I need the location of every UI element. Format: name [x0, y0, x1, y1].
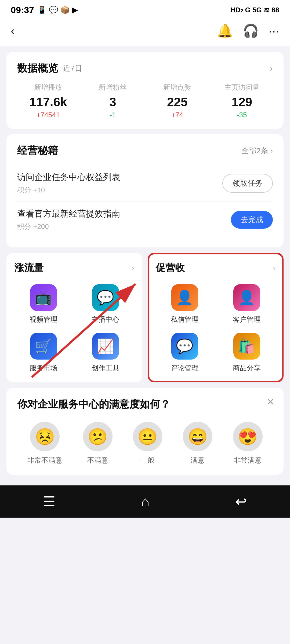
nav-back-icon[interactable]: ↩ [235, 493, 247, 510]
secret-text-0: 访问企业任务中心权益列表 积分 +10 [17, 171, 120, 195]
stat-plays: 新增播放 117.6k +74541 [17, 83, 79, 119]
traffic-arrow[interactable]: › [132, 264, 134, 273]
revenue-card-header: 促营收 › [156, 261, 276, 275]
revenue-item-comment[interactable]: 💬 评论管理 [156, 333, 213, 373]
very-bad-label: 非常不满意 [27, 456, 62, 465]
revenue-card: 促营收 › 👤 私信管理 👤 客户管理 [148, 253, 284, 382]
header: ‹ 🔔 🎧 ··· [0, 18, 290, 46]
satisfaction-good[interactable]: 😄 满意 [183, 422, 212, 465]
comment-management-icon: 💬 [171, 333, 198, 360]
stat-visits-value: 129 [211, 95, 273, 109]
stat-likes-label: 新增点赞 [146, 83, 208, 92]
product-share-label: 商品分享 [233, 363, 261, 373]
secret-item-0: 访问企业任务中心权益列表 积分 +10 领取任务 [17, 165, 273, 202]
status-left: 09:37 📱 💬 📦 ▶ [11, 5, 78, 15]
secret-score-1: 积分 +200 [17, 222, 120, 231]
stat-visits-change: -35 [211, 111, 273, 119]
stats-grid: 新增播放 117.6k +74541 新增粉丝 3 -1 新增点赞 225 +7… [17, 83, 273, 119]
close-satisfaction-button[interactable]: × [267, 396, 274, 408]
customer-management-label: 客户管理 [233, 315, 261, 324]
stat-likes-change: +74 [146, 111, 208, 119]
service-market-label: 服务市场 [30, 363, 57, 373]
very-good-emoji: 😍 [233, 422, 263, 451]
neutral-label: 一般 [141, 456, 155, 465]
creation-tools-label: 创作工具 [92, 363, 119, 373]
traffic-item-creation[interactable]: 📈 创作工具 [77, 333, 134, 373]
stat-likes-value: 225 [146, 95, 208, 109]
business-secrets-card: 经营秘籍 全部2条 › 访问企业任务中心权益列表 积分 +10 领取任务 查看官… [6, 134, 284, 247]
business-secrets-arrow: › [270, 147, 273, 155]
satisfaction-very-good[interactable]: 😍 非常满意 [233, 422, 263, 465]
business-secrets-title: 经营秘籍 [17, 144, 58, 158]
stat-visits: 主页访问量 129 -35 [211, 83, 273, 119]
traffic-card: 涨流量 › 📺 视频管理 💬 主播中心 [6, 253, 142, 382]
bad-emoji: 😕 [83, 422, 113, 451]
satisfaction-card: × 你对企业服务中心的满意度如何？ 😣 非常不满意 😕 不满意 😐 一般 😄 满… [6, 388, 284, 475]
back-button[interactable]: ‹ [11, 24, 15, 38]
data-overview-header: 数据概览 近7日 › [17, 61, 273, 75]
header-icons: 🔔 🎧 ··· [217, 23, 279, 38]
secret-score-0: 积分 +10 [17, 185, 120, 195]
revenue-item-dm[interactable]: 👤 私信管理 [156, 284, 213, 324]
nav-menu-icon[interactable]: ☰ [43, 493, 56, 510]
two-col-grid: 涨流量 › 📺 视频管理 💬 主播中心 [6, 253, 284, 382]
traffic-title: 涨流量 [15, 261, 44, 275]
satisfaction-title: 你对企业服务中心的满意度如何？ [17, 397, 273, 411]
data-overview-card: 数据概览 近7日 › 新增播放 117.6k +74541 新增粉丝 3 -1 … [6, 52, 284, 129]
stat-likes: 新增点赞 225 +74 [146, 83, 208, 119]
two-col-section: 涨流量 › 📺 视频管理 💬 主播中心 [0, 253, 290, 382]
bottom-nav: ☰ ⌂ ↩ [0, 485, 290, 518]
comment-management-label: 评论管理 [171, 363, 199, 373]
product-share-icon: 🛍️ [233, 333, 260, 360]
stat-plays-label: 新增播放 [17, 83, 79, 92]
creation-tools-icon: 📈 [92, 333, 119, 360]
traffic-item-anchor[interactable]: 💬 主播中心 [77, 284, 134, 324]
video-management-icon: 📺 [30, 284, 57, 311]
more-icon[interactable]: ··· [269, 24, 279, 38]
revenue-item-product[interactable]: 🛍️ 商品分享 [218, 333, 276, 373]
business-secrets-count: 全部2条 [241, 146, 268, 156]
stat-plays-value: 117.6k [17, 95, 79, 109]
very-good-label: 非常满意 [234, 456, 262, 465]
traffic-item-video[interactable]: 📺 视频管理 [15, 284, 72, 324]
neutral-emoji: 😐 [133, 422, 162, 451]
nav-home-icon[interactable]: ⌂ [141, 493, 150, 510]
satisfaction-bad[interactable]: 😕 不满意 [83, 422, 113, 465]
satisfaction-neutral[interactable]: 😐 一般 [133, 422, 162, 465]
signal-icons: HD₂ G 5G ≋ 88 [230, 6, 279, 14]
emoji-row: 😣 非常不满意 😕 不满意 😐 一般 😄 满意 😍 非常满意 [17, 422, 273, 465]
secret-item-1: 查看官方最新经营提效指南 积分 +200 去完成 [17, 202, 273, 238]
anchor-center-label: 主播中心 [92, 315, 119, 324]
customer-management-icon: 👤 [233, 284, 260, 311]
revenue-item-customer[interactable]: 👤 客户管理 [218, 284, 276, 324]
status-bar: 09:37 📱 💬 📦 ▶ HD₂ G 5G ≋ 88 [0, 0, 290, 18]
claim-task-button[interactable]: 领取任务 [222, 174, 273, 193]
traffic-card-header: 涨流量 › [15, 261, 134, 275]
dm-management-label: 私信管理 [171, 315, 199, 324]
business-secrets-count-group[interactable]: 全部2条 › [241, 146, 273, 156]
stat-fans-change: -1 [82, 111, 144, 119]
stat-visits-label: 主页访问量 [211, 83, 273, 92]
notification-icon[interactable]: 🔔 [217, 23, 233, 38]
traffic-item-market[interactable]: 🛒 服务市场 [15, 333, 72, 373]
data-overview-title-group: 数据概览 近7日 [17, 61, 82, 75]
app-icons: 📱 💬 📦 ▶ [37, 6, 78, 14]
data-overview-period: 近7日 [63, 63, 82, 74]
data-overview-title: 数据概览 [17, 61, 58, 75]
anchor-center-icon: 💬 [92, 284, 119, 311]
service-market-icon: 🛒 [30, 333, 57, 360]
revenue-arrow[interactable]: › [273, 264, 276, 273]
video-management-label: 视频管理 [30, 315, 57, 324]
very-bad-emoji: 😣 [30, 422, 60, 451]
revenue-icon-grid: 👤 私信管理 👤 客户管理 💬 评论管理 [156, 284, 276, 373]
traffic-icon-grid: 📺 视频管理 💬 主播中心 🛒 服务市场 [15, 284, 134, 373]
headset-icon[interactable]: 🎧 [243, 23, 259, 38]
secret-title-0: 访问企业任务中心权益列表 [17, 171, 120, 183]
stat-plays-change: +74541 [17, 111, 79, 119]
good-label: 满意 [191, 456, 205, 465]
status-right: HD₂ G 5G ≋ 88 [230, 6, 279, 14]
complete-task-button[interactable]: 去完成 [231, 211, 273, 229]
secret-title-1: 查看官方最新经营提效指南 [17, 208, 120, 220]
data-overview-arrow[interactable]: › [270, 63, 273, 73]
satisfaction-very-bad[interactable]: 😣 非常不满意 [27, 422, 62, 465]
